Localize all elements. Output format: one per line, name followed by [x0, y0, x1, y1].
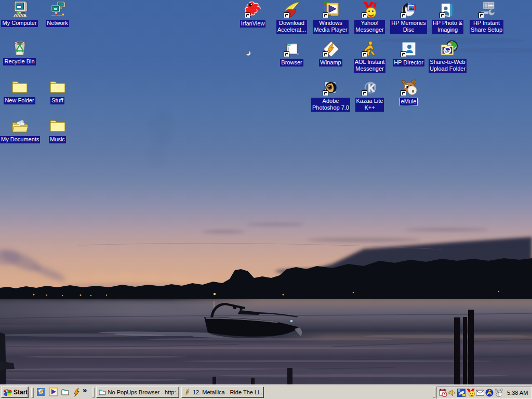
svg-text:hp: hp	[444, 48, 450, 54]
